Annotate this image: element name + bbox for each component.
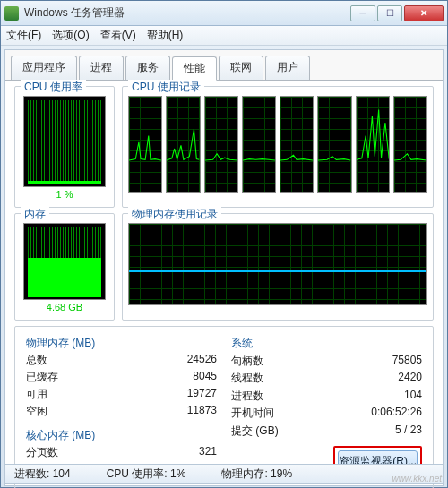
cpu-gauge bbox=[23, 96, 106, 187]
tab-performance[interactable]: 性能 bbox=[172, 56, 217, 81]
k-procs: 进程数 bbox=[231, 389, 333, 405]
tab-services[interactable]: 服务 bbox=[125, 56, 170, 80]
v-cached: 8045 bbox=[187, 370, 217, 385]
k-avail: 可用 bbox=[26, 387, 187, 402]
cpu-core-graph-4 bbox=[280, 96, 314, 193]
close-button[interactable]: ✕ bbox=[404, 5, 444, 21]
v-avail: 19727 bbox=[187, 387, 217, 402]
cpu-core-graph-6 bbox=[356, 96, 390, 193]
memory-value: 4.68 GB bbox=[21, 302, 108, 314]
k-threads: 线程数 bbox=[231, 371, 333, 387]
status-memory: 物理内存: 19% bbox=[221, 467, 292, 482]
v-commit: 5 / 23 bbox=[333, 424, 422, 440]
tab-applications[interactable]: 应用程序 bbox=[11, 56, 77, 80]
cpu-core-graph-0 bbox=[128, 96, 162, 193]
k-free: 空闲 bbox=[26, 404, 187, 419]
status-cpu: CPU 使用率: 1% bbox=[107, 467, 186, 482]
k-commit: 提交 (GB) bbox=[231, 424, 333, 440]
minimize-button[interactable]: ─ bbox=[350, 5, 375, 21]
status-processes: 进程数: 104 bbox=[14, 467, 71, 482]
tab-processes[interactable]: 进程 bbox=[79, 56, 124, 80]
k-total: 总数 bbox=[26, 353, 187, 368]
app-icon bbox=[4, 6, 19, 21]
group-memory: 内存 4.68 GB bbox=[14, 213, 115, 321]
v-free: 11873 bbox=[187, 404, 217, 419]
v-paged: 321 bbox=[187, 445, 217, 460]
group-cpu-history: CPU 使用记录 bbox=[122, 86, 434, 208]
menubar: 文件(F) 选项(O) 查看(V) 帮助(H) bbox=[1, 26, 447, 46]
tabstrip: 应用程序 进程 服务 性能 联网 用户 bbox=[5, 50, 443, 81]
cpu-core-graph-5 bbox=[317, 96, 351, 193]
tab-users[interactable]: 用户 bbox=[265, 56, 310, 80]
v-total: 24526 bbox=[187, 353, 217, 368]
memory-gauge bbox=[23, 223, 106, 300]
v-procs: 104 bbox=[333, 389, 422, 405]
k-uptime: 开机时间 bbox=[231, 406, 333, 422]
header-system: 系统 bbox=[231, 336, 422, 352]
menu-file[interactable]: 文件(F) bbox=[6, 28, 41, 43]
titlebar[interactable]: Windows 任务管理器 ─ ☐ ✕ bbox=[1, 1, 447, 26]
task-manager-window: Windows 任务管理器 ─ ☐ ✕ 文件(F) 选项(O) 查看(V) 帮助… bbox=[0, 0, 448, 488]
k-paged: 分页数 bbox=[26, 445, 187, 460]
v-threads: 2420 bbox=[333, 371, 422, 387]
cpu-value: 1 % bbox=[21, 189, 108, 201]
cpu-core-graph-1 bbox=[166, 96, 200, 193]
window-title: Windows 任务管理器 bbox=[24, 5, 350, 21]
v-handles: 75805 bbox=[333, 354, 422, 370]
k-handles: 句柄数 bbox=[231, 354, 333, 370]
menu-help[interactable]: 帮助(H) bbox=[147, 28, 184, 43]
status-bar: 进程数: 104 CPU 使用率: 1% 物理内存: 19% bbox=[4, 464, 444, 484]
label-memory: 内存 bbox=[21, 207, 49, 222]
header-kernel-mem: 核心内存 (MB) bbox=[26, 428, 217, 443]
label-cpu-history: CPU 使用记录 bbox=[128, 80, 204, 95]
group-memory-history: 物理内存使用记录 bbox=[122, 213, 434, 321]
maximize-button[interactable]: ☐ bbox=[377, 5, 402, 21]
k-cached: 已缓存 bbox=[26, 370, 187, 385]
cpu-core-graph-3 bbox=[242, 96, 276, 193]
cpu-core-graph-2 bbox=[204, 96, 238, 193]
header-phys-mem: 物理内存 (MB) bbox=[26, 336, 217, 351]
tab-networking[interactable]: 联网 bbox=[219, 56, 263, 80]
cpu-core-graph-7 bbox=[393, 96, 427, 193]
v-uptime: 0:06:52:26 bbox=[333, 406, 422, 422]
label-cpu-usage: CPU 使用率 bbox=[21, 80, 86, 95]
group-cpu-usage: CPU 使用率 1 % bbox=[14, 86, 115, 208]
content-area: 应用程序 进程 服务 性能 联网 用户 CPU 使用率 1 % CPU 使用记录 bbox=[4, 49, 444, 486]
memory-history-graph bbox=[128, 223, 427, 305]
label-memory-history: 物理内存使用记录 bbox=[128, 207, 221, 222]
menu-view[interactable]: 查看(V) bbox=[100, 28, 136, 43]
menu-options[interactable]: 选项(O) bbox=[52, 28, 89, 43]
